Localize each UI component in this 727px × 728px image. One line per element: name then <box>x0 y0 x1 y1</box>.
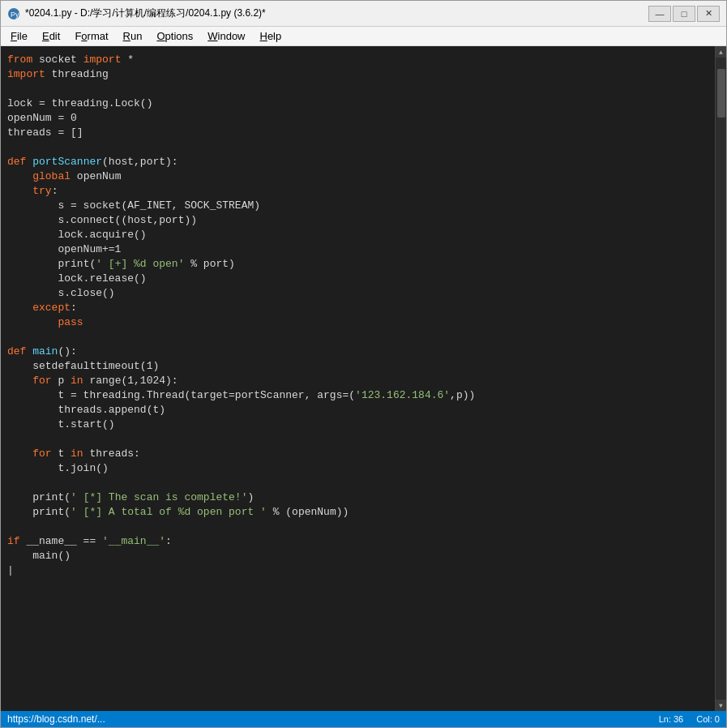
menu-edit[interactable]: Edit <box>36 28 66 44</box>
scroll-thumb[interactable] <box>717 69 725 118</box>
close-button[interactable]: ✕ <box>697 6 720 22</box>
status-right: Ln: 36 Col: 0 <box>659 714 720 724</box>
menu-format[interactable]: Format <box>68 28 114 44</box>
minimize-button[interactable]: — <box>648 6 671 22</box>
status-col: Col: 0 <box>696 714 720 724</box>
python-icon: Py <box>7 7 20 20</box>
status-ln: Ln: 36 <box>659 714 684 724</box>
window-controls: — □ ✕ <box>648 6 720 22</box>
scroll-down-arrow[interactable]: ▼ <box>716 700 727 711</box>
status-bar: https://blog.csdn.net/... Ln: 36 Col: 0 <box>1 711 726 727</box>
title-bar: Py *0204.1.py - D:/学习/计算机/编程练习/0204.1.py… <box>1 1 726 27</box>
menu-bar: File Edit Format Run Options Window Help <box>1 27 726 46</box>
editor-area[interactable]: from socket import * import threading lo… <box>1 46 726 711</box>
title-bar-left: Py *0204.1.py - D:/学习/计算机/编程练习/0204.1.py… <box>7 6 266 20</box>
menu-file[interactable]: File <box>4 28 34 44</box>
menu-window[interactable]: Window <box>201 28 251 44</box>
maximize-button[interactable]: □ <box>673 6 695 22</box>
menu-options[interactable]: Options <box>150 28 199 44</box>
status-url: https://blog.csdn.net/... <box>7 713 105 725</box>
vertical-scrollbar[interactable]: ▲ ▼ <box>715 46 726 711</box>
svg-text:Py: Py <box>11 11 19 19</box>
code-container[interactable]: from socket import * import threading lo… <box>1 46 715 711</box>
window-title: *0204.1.py - D:/学习/计算机/编程练习/0204.1.py (3… <box>25 6 266 20</box>
scroll-up-arrow[interactable]: ▲ <box>716 46 727 58</box>
main-window: Py *0204.1.py - D:/学习/计算机/编程练习/0204.1.py… <box>0 0 727 728</box>
menu-run[interactable]: Run <box>117 28 149 44</box>
menu-help[interactable]: Help <box>254 28 289 44</box>
